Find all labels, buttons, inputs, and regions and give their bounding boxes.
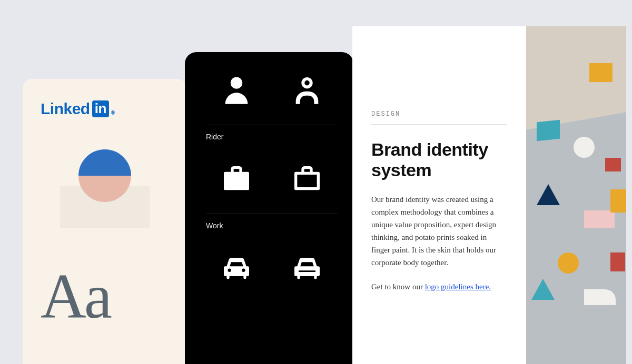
- icon-row-person: [206, 73, 338, 109]
- shape-cube-yellow-2: [610, 189, 626, 213]
- document-cta: Get to know our logo guidelines here.: [371, 280, 507, 293]
- shape-triangle-teal: [531, 279, 555, 300]
- logo-guidelines-link[interactable]: logo guidelines here.: [425, 282, 491, 291]
- linkedin-wordmark: Linked: [41, 100, 90, 118]
- brand-identity-document: DESIGN Brand identity system Our brand i…: [352, 26, 626, 364]
- person-outline-icon: [290, 73, 324, 109]
- linkedin-logo: Linked in ®: [41, 100, 169, 118]
- person-solid-icon: [220, 73, 253, 109]
- shape-triangle-navy: [537, 184, 560, 205]
- svg-point-0: [231, 77, 242, 88]
- shape-cube-yellow: [589, 63, 613, 82]
- linkedin-in-badge: in: [92, 100, 109, 117]
- briefcase-solid-icon: [220, 162, 253, 198]
- registered-mark: ®: [111, 110, 115, 116]
- document-text-column: DESIGN Brand identity system Our brand i…: [352, 26, 526, 364]
- brand-shape-graphic: [60, 149, 150, 228]
- cta-prefix: Get to know our: [371, 282, 425, 291]
- shape-cube-red-2: [610, 252, 625, 271]
- briefcase-outline-icon: [290, 162, 324, 198]
- typography-card: Linked in ® Aa: [23, 79, 187, 364]
- shape-cube-teal: [537, 120, 560, 141]
- icon-row-briefcase: [206, 162, 338, 198]
- car-outline-icon: [290, 251, 324, 287]
- shape-cube-pink: [584, 210, 615, 228]
- shape-cube-red: [605, 158, 621, 171]
- car-solid-icon: [220, 251, 253, 287]
- section-label-rider: Rider: [206, 125, 338, 141]
- shape-cylinder-white: [574, 137, 595, 158]
- document-body: Our brand identity was created using a c…: [371, 193, 507, 269]
- shape-circle-top: [78, 149, 131, 176]
- shape-cylinder-yellow: [558, 252, 579, 274]
- document-headline: Brand identity system: [371, 139, 507, 180]
- type-sample: Aa: [41, 265, 169, 328]
- section-label-work: Work: [206, 214, 338, 230]
- geometric-shapes-photo: [526, 26, 626, 364]
- shape-wedge-white: [584, 289, 616, 305]
- icon-grid-card: Rider Work: [185, 52, 353, 364]
- icon-row-car: [206, 251, 338, 287]
- eyebrow-label: DESIGN: [371, 110, 507, 125]
